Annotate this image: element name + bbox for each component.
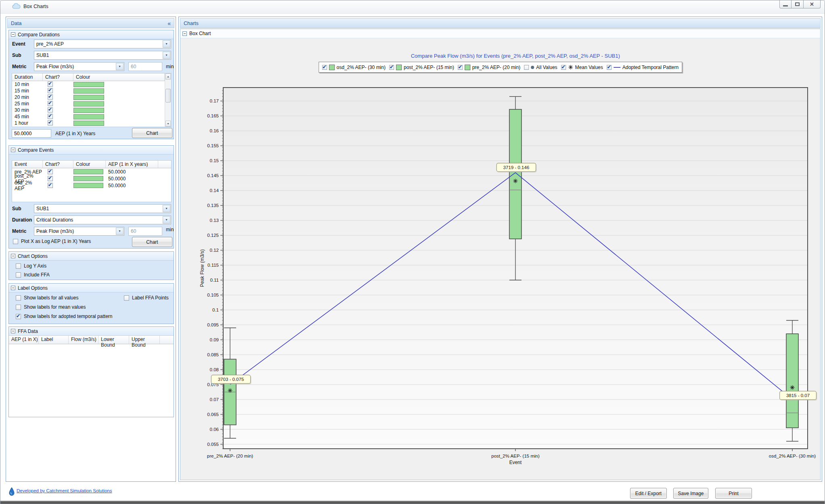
collapse-section-icon[interactable] [11,329,15,333]
metric-minutes-input[interactable] [128,227,162,236]
edit-export-button[interactable]: Edit / Export [630,488,667,499]
duration-row[interactable]: 30 min [12,107,171,113]
box-chart-canvas[interactable]: 0.0550.060.0650.070.0750.080.0850.090.09… [180,39,820,480]
scroll-down-icon[interactable]: ▼ [165,121,171,127]
event-row[interactable]: osd_2% AEP 50.0000 [12,182,171,189]
durations-scrollbar[interactable]: ▲ ▼ [165,73,171,127]
maximize-button[interactable] [791,0,804,8]
metric-select[interactable]: Peak Flow (m3/s) [34,227,124,236]
chart-checkbox[interactable] [48,88,53,93]
colour-swatch[interactable] [73,95,104,100]
save-image-button[interactable]: Save Image [673,488,708,499]
colour-swatch[interactable] [73,108,104,113]
colour-swatch[interactable] [73,183,103,188]
legend-item[interactable]: Adopted Temporal Pattern [607,65,678,70]
colour-swatch[interactable] [73,88,104,94]
chevron-down-icon[interactable] [163,216,170,224]
scrollbar-thumb[interactable] [165,89,171,102]
legend-checkbox[interactable] [607,65,611,70]
colour-swatch[interactable] [73,127,104,128]
labels-adopted-tp-checkbox[interactable] [16,314,21,319]
duration-row[interactable]: 10 min [12,81,171,88]
chart-legend[interactable]: osd_2% AEP- (30 min)post_2% AEP- (15 min… [318,62,682,73]
chart-checkbox[interactable] [48,94,53,100]
collapse-section-icon[interactable] [11,254,15,258]
colour-swatch[interactable] [73,169,103,174]
collapse-section-icon[interactable] [11,148,15,152]
svg-text:0.095: 0.095 [207,322,219,327]
chevron-down-icon[interactable] [116,228,124,235]
svg-text:0.16: 0.16 [210,128,219,133]
chart-checkbox[interactable] [48,169,53,174]
window-titlebar[interactable]: Box Charts ✕ [0,0,825,14]
chart-checkbox[interactable] [48,176,53,181]
plot-x-log-checkbox[interactable] [13,239,18,244]
chart-durations-button[interactable]: Chart [132,128,172,138]
print-button[interactable]: Print [715,488,752,499]
legend-item[interactable]: All Values [524,65,557,70]
developer-link[interactable]: Developed by Catchment Simulation Soluti… [17,488,112,493]
metric-select[interactable]: Peak Flow (m3/s) [34,62,124,71]
legend-item[interactable]: Mean Values [561,65,603,70]
durations-table[interactable]: Duration Chart? Colour 10 min 15 min 20 … [12,73,172,127]
plot-x-log-row: Plot X as Log AEP (1 in X) Years [13,238,91,244]
chart-checkbox[interactable] [48,120,53,125]
duration-row[interactable]: 45 min [12,113,171,120]
svg-text:Event: Event [509,460,522,465]
chevron-down-icon[interactable] [116,63,124,70]
labels-mean-values-checkbox[interactable] [16,305,21,310]
legend-item[interactable]: osd_2% AEP- (30 min) [322,65,385,70]
chart-events-button[interactable]: Chart [132,237,172,247]
colour-swatch[interactable] [73,82,104,87]
svg-text:0.165: 0.165 [207,113,219,118]
collapse-section-icon[interactable] [11,32,15,37]
legend-item[interactable]: post_2% AEP- (15 min) [389,65,454,70]
duration-row[interactable]: 1.50 hour [12,126,171,127]
chart-checkbox[interactable] [48,101,53,106]
collapse-panel-icon[interactable]: « [168,20,171,27]
series-swatch-icon [465,65,470,70]
duration-row[interactable]: 20 min [12,94,171,100]
colour-swatch[interactable] [73,121,104,126]
legend-item[interactable]: pre_2% AEP- (20 min) [458,65,520,70]
minimize-button[interactable] [779,0,791,8]
include-ffa-checkbox[interactable] [16,272,21,278]
log-y-axis-checkbox[interactable] [16,264,21,269]
chart-checkbox[interactable] [48,82,53,87]
legend-checkbox[interactable] [458,65,463,70]
labels-all-values-checkbox[interactable] [16,295,21,301]
colour-swatch[interactable] [73,114,104,119]
collapse-section-icon[interactable] [11,286,15,290]
duration-row[interactable]: 15 min [12,88,171,94]
sub-select[interactable]: SUB1 [34,204,171,213]
chevron-down-icon[interactable] [163,40,170,48]
metric-minutes-input[interactable] [128,62,162,71]
chart-checkbox[interactable] [48,183,53,188]
colour-swatch[interactable] [73,176,103,181]
legend-checkbox[interactable] [524,65,529,70]
chart-checkbox[interactable] [48,127,53,127]
colour-swatch[interactable] [73,101,104,107]
chevron-down-icon[interactable] [163,52,170,59]
duration-row[interactable]: 1 hour [12,120,171,126]
duration-select[interactable]: Critical Durations [34,215,171,224]
app-window: Box Charts ✕ Data « Compare Durations Ev… [0,0,825,504]
events-table[interactable]: Event Chart? Colour AEP (1 in X years) p… [12,160,172,202]
chart-checkbox[interactable] [48,107,53,113]
minimize-icon [783,5,788,6]
legend-checkbox[interactable] [561,65,566,70]
duration-row[interactable]: 25 min [12,100,171,107]
chevron-down-icon[interactable] [163,205,170,212]
collapse-section-icon[interactable] [182,31,187,36]
event-select[interactable]: pre_2% AEP [34,40,171,48]
ffa-data-section: FFA Data AEP (1 in X) Label Flow (m3/s) … [8,326,174,417]
aep-years-input[interactable] [12,129,51,138]
scroll-up-icon[interactable]: ▲ [165,73,171,79]
legend-checkbox[interactable] [322,65,327,70]
chart-checkbox[interactable] [48,114,53,119]
sub-select[interactable]: SUB1 [34,51,171,60]
legend-checkbox[interactable] [389,65,394,70]
close-button[interactable]: ✕ [804,0,821,8]
aep-cell: 50.0000 [106,176,158,182]
label-ffa-points-checkbox[interactable] [124,295,129,301]
